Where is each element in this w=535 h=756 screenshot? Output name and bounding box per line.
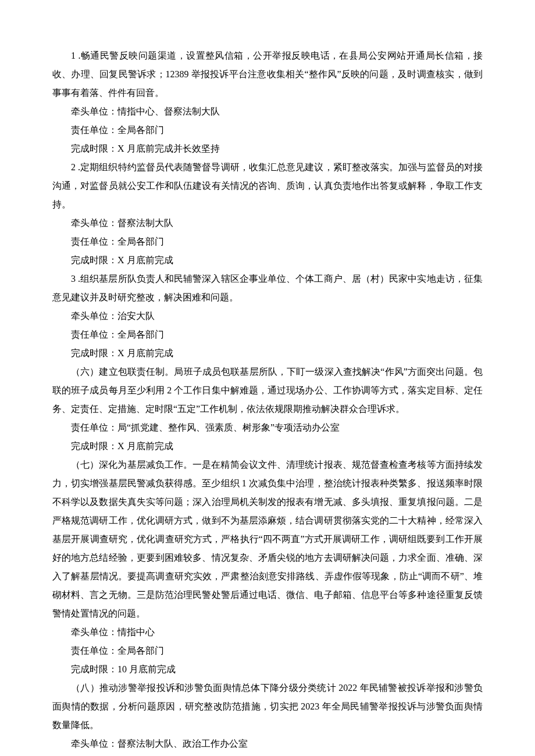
document-body: 1 .畅通民警反映问题渠道，设置整风信箱，公开举报反映电话，在县局公安网站开通局…	[52, 46, 483, 756]
body-paragraph: （六）建立包联责任制。局班子成员包联基层所队，下盯一级深入查找解决“作风”方面突…	[52, 363, 483, 418]
detail-line: 责任单位：全局各部门	[52, 232, 483, 251]
detail-line: 责任单位：全局各部门	[52, 753, 483, 756]
detail-line: 责任单位：全局各部门	[52, 325, 483, 344]
detail-line: 牵头单位：督察法制大队、政治工作办公室	[52, 734, 483, 753]
detail-line: 完成时限：X 月底前完成	[52, 251, 483, 270]
body-paragraph: （八）推动涉警举报投诉和涉警负面舆情总体下降分级分类统计 2022 年民辅警被投…	[52, 679, 483, 734]
detail-line: 牵头单位：督察法制大队	[52, 214, 483, 232]
detail-line: 责任单位：全局各部门	[52, 642, 483, 660]
body-paragraph: （七）深化为基层减负工作。一是在精简会议文件、清理统计报表、规范督查检查考核等方…	[52, 456, 483, 623]
detail-line: 完成时限：X 月底前完成并长效坚持	[52, 139, 483, 158]
detail-line: 牵头单位：情指中心、督察法制大队	[52, 102, 483, 121]
detail-line: 责任单位：全局各部门	[52, 121, 483, 139]
detail-line: 完成时限：10 月底前完成	[52, 660, 483, 679]
detail-line: 责任单位：局“抓党建、整作风、强素质、树形象”专项活动办公室	[52, 418, 483, 437]
body-paragraph: 1 .畅通民警反映问题渠道，设置整风信箱，公开举报反映电话，在县局公安网站开通局…	[52, 46, 483, 102]
detail-line: 完成时限：X 月底前完成	[52, 437, 483, 456]
detail-line: 完成时限：X 月底前完成	[52, 344, 483, 363]
body-paragraph: 3 .组织基层所队负责人和民辅警深入辖区企事业单位、个体工商户、居（村）民家中实…	[52, 270, 483, 307]
detail-line: 牵头单位：治安大队	[52, 307, 483, 325]
body-paragraph: 2 .定期组织特约监督员代表随警督导调研，收集汇总意见建议，紧盯整改落实。加强与…	[52, 158, 483, 214]
detail-line: 牵头单位：情指中心	[52, 623, 483, 642]
